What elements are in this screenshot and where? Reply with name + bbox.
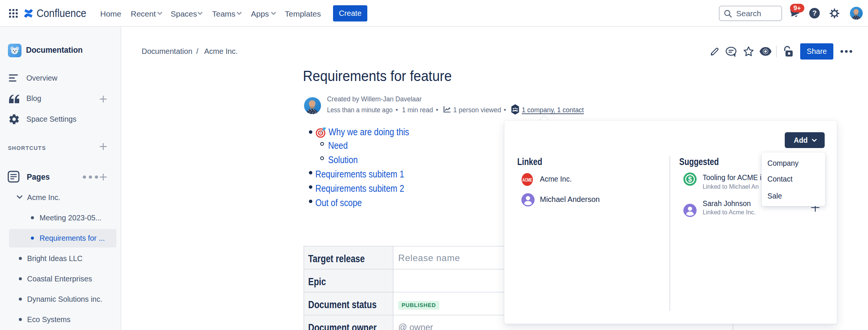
svg-text:$: $ <box>688 176 692 183</box>
svg-text:ACME: ACME <box>523 177 532 183</box>
